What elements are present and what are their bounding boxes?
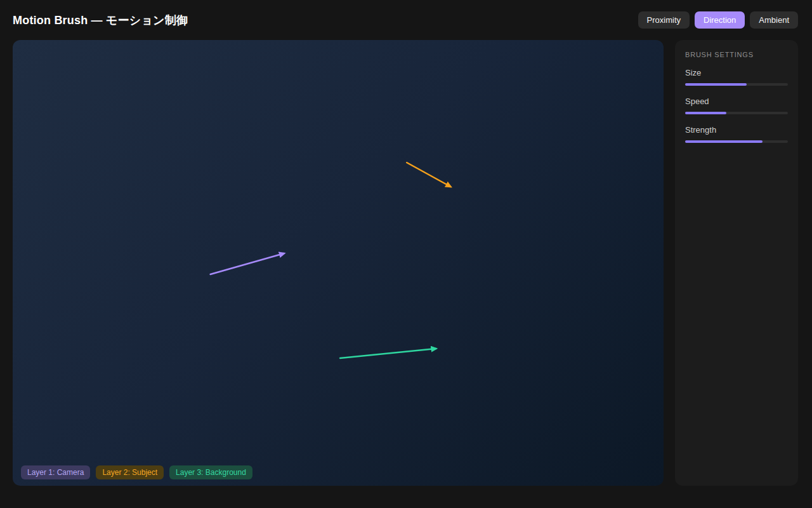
- slider-group-size: Size: [685, 68, 788, 86]
- slider-track-size[interactable]: [685, 83, 788, 86]
- app-header: Motion Brush — モーション制御 ProximityDirectio…: [0, 0, 812, 40]
- slider-list: SizeSpeedStrength: [685, 68, 788, 143]
- brush-settings-panel: BRUSH SETTINGS SizeSpeedStrength: [675, 40, 798, 486]
- slider-fill-size: [685, 83, 747, 86]
- mode-switcher: ProximityDirectionAmbient: [638, 11, 798, 29]
- motion-canvas[interactable]: Layer 1: CameraLayer 2: SubjectLayer 3: …: [13, 40, 664, 486]
- main-content: Layer 1: CameraLayer 2: SubjectLayer 3: …: [0, 40, 812, 486]
- stroke-background-arrow: [340, 349, 436, 358]
- slider-label-size: Size: [685, 68, 788, 77]
- slider-group-strength: Strength: [685, 125, 788, 143]
- motion-brush-app: Motion Brush — モーション制御 ProximityDirectio…: [0, 0, 812, 486]
- slider-fill-speed: [685, 112, 726, 114]
- motion-strokes-layer: [13, 40, 664, 486]
- slider-track-speed[interactable]: [685, 112, 788, 114]
- layer-chip-2[interactable]: Layer 2: Subject: [96, 465, 164, 479]
- stroke-camera-arrow: [211, 253, 284, 274]
- stroke-subject-arrow: [407, 163, 450, 187]
- slider-group-speed: Speed: [685, 97, 788, 114]
- slider-fill-strength: [685, 140, 763, 143]
- mode-button-ambient[interactable]: Ambient: [750, 11, 798, 29]
- mode-button-direction[interactable]: Direction: [695, 11, 745, 29]
- layer-chip-3[interactable]: Layer 3: Background: [169, 465, 252, 479]
- slider-label-strength: Strength: [685, 125, 788, 135]
- layer-chips: Layer 1: CameraLayer 2: SubjectLayer 3: …: [21, 465, 252, 479]
- mode-button-proximity[interactable]: Proximity: [638, 11, 690, 29]
- brush-settings-heading: BRUSH SETTINGS: [685, 51, 788, 58]
- slider-track-strength[interactable]: [685, 140, 788, 143]
- app-title: Motion Brush — モーション制御: [13, 13, 188, 28]
- layer-chip-1[interactable]: Layer 1: Camera: [21, 465, 90, 479]
- slider-label-speed: Speed: [685, 97, 788, 106]
